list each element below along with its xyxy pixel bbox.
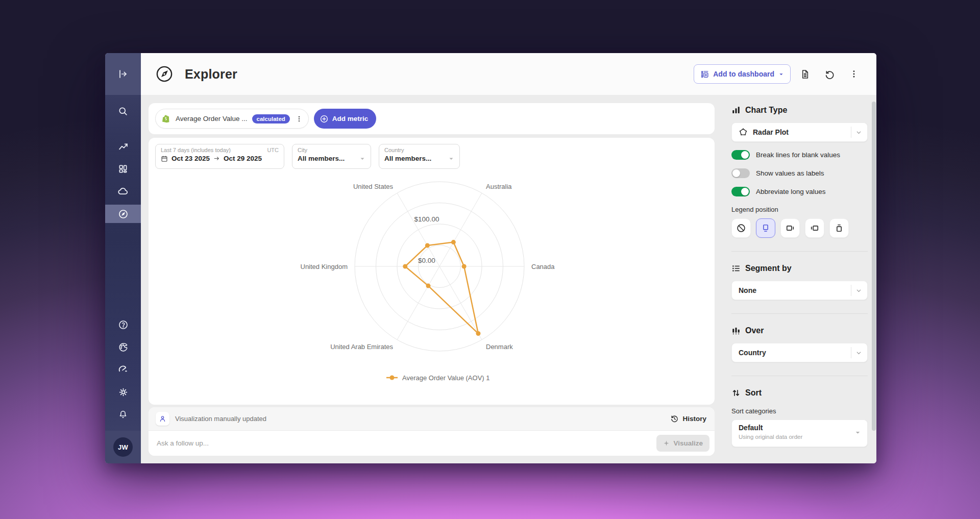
add-metric-button[interactable]: Add metric bbox=[314, 109, 377, 129]
chevron-down-icon bbox=[855, 287, 862, 294]
status-bar: Visualization manually updated History bbox=[149, 407, 715, 431]
bell-icon bbox=[118, 409, 128, 419]
panel-divider bbox=[731, 251, 868, 252]
break-lines-label: Break lines for blank values bbox=[756, 151, 840, 159]
chevron-down-icon bbox=[854, 429, 861, 436]
reset-button[interactable] bbox=[819, 64, 840, 84]
chevron-down-icon bbox=[855, 129, 862, 136]
segment-by-title: Segment by bbox=[731, 264, 868, 273]
panel-divider bbox=[731, 313, 868, 314]
show-values-label: Show values as labels bbox=[756, 169, 824, 177]
chart-type-value: Radar Plot bbox=[753, 128, 789, 136]
show-values-toggle[interactable] bbox=[731, 168, 750, 178]
history-button[interactable]: History bbox=[670, 414, 706, 423]
followup-input[interactable] bbox=[157, 439, 656, 447]
svg-text:Canada: Canada bbox=[531, 263, 555, 270]
panel-scrollbar[interactable] bbox=[872, 102, 876, 431]
sparkle-icon bbox=[663, 440, 670, 447]
abbreviate-toggle[interactable] bbox=[731, 187, 750, 196]
expand-sidebar-icon bbox=[117, 68, 129, 80]
more-menu-button[interactable] bbox=[844, 64, 864, 84]
legend-right-icon bbox=[785, 223, 795, 233]
calculated-badge: calculated bbox=[252, 114, 290, 123]
metric-chip[interactable]: Average Order Value ... calculated bbox=[155, 109, 309, 129]
svg-text:United Kingdom: United Kingdom bbox=[301, 263, 348, 270]
sidebar-item-trends[interactable] bbox=[105, 135, 141, 158]
chart-card: Last 7 days (includes today) UTC Oct 23 … bbox=[149, 138, 715, 405]
legend-left-icon bbox=[810, 223, 820, 233]
sidebar-item-usage[interactable] bbox=[105, 358, 141, 381]
over-select[interactable]: Country bbox=[731, 343, 868, 362]
sort-arrows-icon bbox=[731, 388, 741, 398]
legend-left-button[interactable] bbox=[805, 218, 824, 238]
sidebar-item-theme[interactable] bbox=[105, 336, 141, 358]
sidebar: JW bbox=[105, 53, 141, 463]
shopify-icon bbox=[162, 114, 171, 123]
app-header: Explorer Add to dashboard bbox=[141, 53, 876, 95]
palette-icon bbox=[118, 342, 129, 353]
list-icon bbox=[731, 264, 741, 273]
sidebar-item-explorer[interactable] bbox=[105, 205, 141, 223]
sidebar-item-search[interactable] bbox=[105, 100, 141, 122]
person-icon bbox=[156, 412, 169, 426]
legend-position-options bbox=[731, 218, 868, 238]
chart-type-select[interactable]: Radar Plot bbox=[731, 122, 868, 142]
history-label: History bbox=[682, 415, 706, 423]
plus-circle-icon bbox=[320, 114, 329, 123]
over-value: Country bbox=[739, 349, 766, 357]
gauge-icon bbox=[117, 364, 129, 375]
history-icon bbox=[670, 414, 679, 423]
legend-bottom-button[interactable] bbox=[756, 218, 775, 238]
segment-by-value: None bbox=[739, 286, 756, 294]
add-to-dashboard-button[interactable]: Add to dashboard bbox=[694, 64, 791, 84]
svg-text:Denmark: Denmark bbox=[486, 343, 513, 351]
legend-none-icon bbox=[736, 223, 746, 233]
user-avatar[interactable]: JW bbox=[113, 437, 133, 457]
sidebar-item-cloud[interactable] bbox=[105, 180, 141, 203]
over-title-label: Over bbox=[745, 326, 764, 335]
sidebar-item-help[interactable] bbox=[105, 313, 141, 336]
visualize-button[interactable]: Visualize bbox=[656, 435, 709, 452]
sort-select[interactable]: Default Using original data order bbox=[731, 419, 868, 447]
app-window: JW Explorer Add to dashboard bbox=[105, 53, 876, 463]
page-title: Explorer bbox=[185, 67, 237, 82]
explorer-logo-compass-icon bbox=[155, 65, 174, 83]
sort-hint: Using original data order bbox=[739, 434, 802, 440]
segment-by-title-label: Segment by bbox=[745, 264, 792, 273]
report-button[interactable] bbox=[795, 64, 815, 84]
legend-none-button[interactable] bbox=[731, 218, 751, 238]
metric-options-button[interactable] bbox=[294, 112, 304, 126]
chart-type-title-label: Chart Type bbox=[745, 106, 787, 115]
legend-bottom-icon bbox=[761, 223, 771, 233]
svg-text:$0.00: $0.00 bbox=[418, 257, 435, 264]
over-title: Over bbox=[731, 326, 868, 335]
cloud-icon bbox=[117, 186, 129, 197]
legend-top-button[interactable] bbox=[829, 218, 849, 238]
content-area: Average Order Value ... calculated Add m… bbox=[141, 95, 876, 463]
sidebar-item-notifications[interactable] bbox=[105, 403, 141, 426]
bar-chart-icon bbox=[731, 106, 741, 115]
segment-by-select[interactable]: None bbox=[731, 281, 868, 300]
metric-bar: Average Order Value ... calculated Add m… bbox=[149, 103, 715, 134]
svg-text:United States: United States bbox=[353, 183, 394, 190]
sidebar-avatar-zone: JW bbox=[105, 431, 141, 463]
toggle-row-abbreviate: Abbreviate long values bbox=[731, 186, 868, 197]
add-to-dashboard-label: Add to dashboard bbox=[713, 70, 774, 78]
status-message: Visualization manually updated bbox=[175, 415, 266, 423]
visualize-label: Visualize bbox=[673, 439, 703, 447]
chevron-down-icon bbox=[778, 71, 784, 77]
trend-line-icon bbox=[118, 141, 129, 152]
legend-right-button[interactable] bbox=[780, 218, 800, 238]
break-lines-toggle[interactable] bbox=[731, 150, 750, 160]
sidebar-item-dashboards[interactable] bbox=[105, 158, 141, 180]
chevron-down-icon bbox=[855, 350, 862, 356]
document-icon bbox=[800, 69, 811, 80]
toggle-row-show-values: Show values as labels bbox=[731, 167, 868, 179]
sidebar-item-settings[interactable] bbox=[105, 381, 141, 403]
settings-panel: Chart Type Radar Plot bbox=[731, 95, 868, 447]
metric-name: Average Order Value ... bbox=[176, 115, 248, 122]
add-metric-label: Add metric bbox=[332, 115, 369, 122]
radar-chart-svg: $0.00$100.00United StatesAustraliaCanada… bbox=[149, 138, 715, 405]
toggle-row-break-lines: Break lines for blank values bbox=[731, 149, 868, 160]
sidebar-expand-button[interactable] bbox=[105, 53, 141, 95]
